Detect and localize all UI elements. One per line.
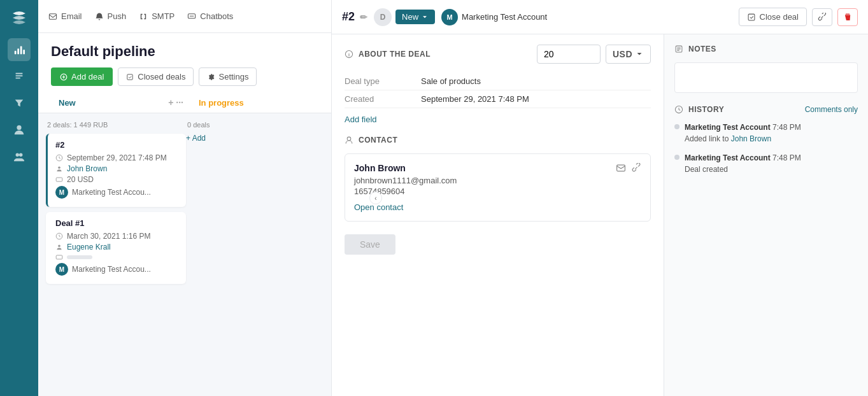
history-section-title: HISTORY (674, 105, 724, 114)
deal-card-2-avatar: M (55, 186, 68, 199)
column-new-summary: 2 deals: 1 449 RUB (46, 121, 186, 129)
deal-card-2[interactable]: #2 September 29, 2021 7:48 PM John Brown… (46, 134, 186, 207)
kanban-board: 2 deals: 1 449 RUB #2 September 29, 2021… (38, 113, 331, 396)
nav-analytics[interactable] (8, 38, 31, 61)
svg-point-18 (58, 244, 60, 247)
kanban-column-headers: New + ··· In progress (51, 94, 318, 113)
column-header-new: New + ··· (51, 94, 191, 113)
account-badge: M Marketing Test Account (441, 9, 547, 25)
svg-rect-1 (17, 48, 19, 54)
column-new-add-icon[interactable]: + (168, 97, 173, 108)
svg-rect-7 (49, 13, 56, 18)
deal-card-2-date: September 29, 2021 7:48 PM (55, 153, 178, 162)
currency-select[interactable]: USD (606, 45, 651, 64)
deal-fields: Deal type Sale of products Created Septe… (345, 73, 651, 108)
svg-point-6 (19, 153, 22, 157)
detail-main-content: ABOUT THE DEAL USD Deal type Sale of pro… (332, 34, 664, 396)
deal-card-1-account: M Marketing Test Accou... (55, 263, 178, 276)
stage-badge[interactable]: New (395, 10, 435, 24)
about-section-title: ABOUT THE DEAL USD (345, 45, 651, 64)
history-section-header: HISTORY Comments only (674, 105, 858, 114)
field-deal-type: Deal type Sale of products (345, 73, 651, 90)
deal-status-avatar: D (374, 8, 392, 26)
deal-amount-input[interactable] (537, 45, 601, 64)
detail-header: #2 ✏ D New M Marketing Test Account Clos… (332, 0, 868, 34)
stage-selector: D New (374, 8, 435, 26)
delete-deal-button[interactable] (837, 8, 858, 26)
deal-card-1-date: March 30, 2021 1:16 PM (55, 232, 178, 241)
comments-only-link[interactable]: Comments only (805, 105, 858, 114)
notes-section: NOTES (674, 45, 858, 95)
field-created: Created September 29, 2021 7:48 PM (345, 90, 651, 108)
svg-point-9 (190, 15, 191, 17)
svg-point-15 (58, 166, 60, 169)
pipeline-header: Default pipeline Add deal Closed deals S… (38, 33, 331, 113)
detail-title: #2 ✏ (342, 10, 367, 24)
contact-phone: 16574859604 (354, 187, 616, 196)
deal-detail-panel: #2 ✏ D New M Marketing Test Account Clos… (331, 0, 868, 396)
account-avatar: M (441, 9, 458, 25)
detail-header-actions: Close deal (739, 8, 858, 26)
nav-smtp[interactable]: SMTP (139, 11, 174, 21)
detail-sidebar: NOTES HISTORY Comments only Marketing Te… (664, 34, 868, 396)
save-button[interactable]: Save (345, 234, 395, 255)
contact-actions (616, 163, 641, 175)
history-text-0: Marketing Test Account 7:48 PM Added lin… (685, 122, 801, 145)
deal-card-1-avatar: M (55, 263, 68, 276)
closed-deals-button[interactable]: Closed deals (118, 67, 194, 86)
svg-rect-13 (127, 74, 132, 79)
add-field-link[interactable]: Add field (345, 115, 377, 124)
nav-email[interactable]: Email (48, 11, 82, 21)
deal-card-2-account: M Marketing Test Accou... (55, 186, 178, 199)
contact-name: John Brown (354, 163, 616, 173)
nav-group[interactable] (8, 145, 31, 168)
sidebar-collapse-toggle[interactable]: ‹ (369, 192, 382, 204)
nav-chatbots[interactable]: Chatbots (187, 11, 233, 21)
add-deal-button[interactable]: Add deal (51, 67, 113, 86)
add-deal-in-progress[interactable]: + Add (186, 134, 326, 143)
svg-point-10 (191, 15, 192, 17)
notes-section-title: NOTES (674, 45, 858, 53)
detail-body: ABOUT THE DEAL USD Deal type Sale of pro… (332, 34, 868, 396)
svg-rect-3 (23, 50, 25, 54)
deal-card-1-amount-bar (67, 255, 92, 259)
svg-rect-16 (56, 178, 62, 181)
contact-email-icon[interactable] (616, 163, 626, 175)
kanban-column-new: 2 deals: 1 449 RUB #2 September 29, 2021… (46, 121, 186, 388)
column-in-progress-summary: 0 deals (186, 121, 326, 129)
history-item-0-link[interactable]: John Brown (731, 134, 771, 143)
history-item-0: Marketing Test Account 7:48 PM Added lin… (674, 122, 858, 145)
svg-point-5 (16, 153, 19, 157)
link-deal-button[interactable] (812, 8, 832, 26)
close-deal-button[interactable]: Close deal (739, 8, 807, 26)
deal-card-1-amount (55, 253, 178, 261)
contact-link-icon[interactable] (631, 163, 641, 175)
svg-rect-23 (617, 165, 625, 171)
column-new-more-icon[interactable]: ··· (176, 97, 183, 108)
history-item-1: Marketing Test Account 7:48 PM Deal crea… (674, 152, 858, 175)
nav-funnel[interactable] (8, 92, 31, 115)
deal-card-2-title: #2 (55, 140, 178, 150)
app-logo[interactable] (8, 6, 31, 29)
deal-card-1-title: Deal #1 (55, 218, 178, 228)
open-contact-link[interactable]: Open contact (354, 202, 403, 212)
edit-deal-title-icon[interactable]: ✏ (360, 12, 367, 22)
svg-rect-19 (56, 255, 62, 259)
kanban-column-in-progress: 0 deals + Add (186, 121, 326, 388)
deal-amount-row: USD (537, 45, 651, 64)
svg-point-22 (347, 137, 351, 141)
deal-card-1-contact: Eugene Krall (55, 243, 178, 251)
nav-person[interactable] (8, 118, 31, 141)
history-list: Marketing Test Account 7:48 PM Added lin… (674, 122, 858, 175)
notes-input[interactable] (674, 62, 858, 93)
deal-card-2-contact: John Brown (55, 164, 178, 173)
nav-push[interactable]: Push (95, 11, 127, 21)
nav-compose[interactable] (8, 65, 31, 88)
pipeline-title: Default pipeline (51, 43, 318, 60)
deal-card-2-amount: 20 USD (55, 175, 178, 184)
settings-button[interactable]: Settings (199, 67, 257, 86)
pipeline-actions: Add deal Closed deals Settings (51, 67, 318, 86)
deal-card-1[interactable]: Deal #1 March 30, 2021 1:16 PM Eugene Kr… (46, 212, 186, 284)
contact-section-title: CONTACT (345, 136, 651, 145)
column-new-actions: + ··· (168, 97, 183, 108)
